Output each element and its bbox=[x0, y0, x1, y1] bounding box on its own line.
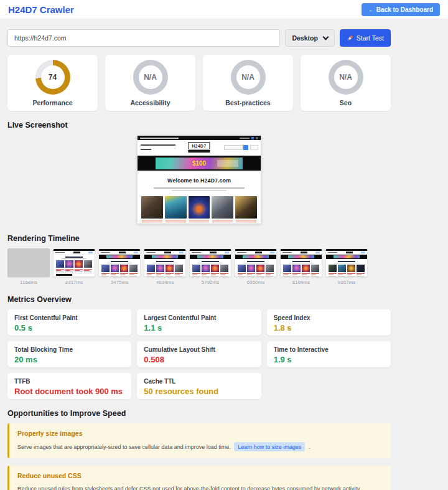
score-card-seo: N/ASeo bbox=[301, 55, 391, 111]
back-to-dashboard-button[interactable]: ← Back to Dashboard bbox=[362, 3, 440, 16]
score-label: Best-practices bbox=[225, 99, 270, 106]
url-input[interactable] bbox=[7, 29, 280, 47]
score-donut: 74 bbox=[35, 60, 70, 95]
metric-label: Total Blocking Time bbox=[14, 346, 124, 353]
timeline-thumbnail bbox=[144, 248, 186, 277]
score-value: N/A bbox=[339, 73, 352, 82]
timeline-frame: 5792ms bbox=[189, 248, 231, 285]
score-value: N/A bbox=[144, 73, 157, 82]
score-label: Seo bbox=[340, 99, 352, 106]
metric-label: Speed Index bbox=[274, 314, 384, 321]
metric-value: 50 resources found bbox=[144, 387, 254, 396]
metric-label: Cache TTL bbox=[144, 378, 254, 385]
metric-label: TTFB bbox=[14, 378, 124, 385]
metric-value: 1.9 s bbox=[274, 355, 384, 364]
metric-label: Time to Interactive bbox=[274, 346, 384, 353]
opportunity-title: Properly size images bbox=[17, 430, 383, 437]
timeline-timestamp: 6950ms bbox=[235, 280, 277, 285]
start-test-label: Start Test bbox=[357, 34, 384, 42]
metrics-overview-heading: Metrics Overview bbox=[7, 295, 391, 304]
metric-value: 0.508 bbox=[144, 355, 254, 364]
site-product-grid bbox=[141, 196, 257, 224]
test-bar: Desktop Start Test bbox=[7, 29, 391, 47]
site-search bbox=[224, 145, 258, 150]
score-label: Accessibility bbox=[130, 99, 170, 106]
timeline-frame: 9267ms bbox=[325, 248, 368, 285]
timeline-timestamp: 2317ms bbox=[53, 280, 95, 285]
metric-card: Largest Contentful Paint1.1 s bbox=[137, 309, 261, 336]
opportunity-card: Reduce unused CSSReduce unused rules fro… bbox=[7, 466, 391, 490]
timeline-frame: 6950ms bbox=[235, 248, 277, 285]
site-welcome-heading: Welcome to H24D7.com bbox=[141, 177, 257, 184]
metric-value: 0.5 s bbox=[14, 323, 124, 332]
timeline-timestamp: 3475ms bbox=[98, 280, 141, 285]
timeline-thumbnail bbox=[325, 248, 368, 277]
timeline-thumbnail bbox=[53, 248, 95, 277]
opportunity-description: Serve images that are appropriately-size… bbox=[17, 442, 383, 451]
site-search-icon bbox=[243, 145, 248, 150]
score-cards-row: 74PerformanceN/AAccessibilityN/ABest-pra… bbox=[7, 55, 391, 111]
chevron-down-icon bbox=[322, 34, 329, 40]
metric-card: Time to Interactive1.9 s bbox=[267, 341, 391, 367]
timeline-thumbnail bbox=[189, 248, 231, 277]
score-donut: N/A bbox=[329, 60, 363, 95]
metric-card: Cache TTL50 resources found bbox=[137, 373, 261, 399]
score-value: N/A bbox=[241, 73, 254, 82]
opportunity-description: Reduce unused rules from stylesheets and… bbox=[17, 484, 383, 490]
timeline-frame: 8109ms bbox=[280, 248, 322, 285]
score-card-best-practices: N/ABest-practices bbox=[203, 55, 293, 111]
score-value: 74 bbox=[49, 73, 57, 82]
score-donut: N/A bbox=[133, 60, 168, 95]
site-navbar: H24D7 bbox=[138, 140, 261, 156]
live-screenshot-wrap: H24D7 $100 Welcome to H24D7.com bbox=[7, 135, 391, 224]
metric-label: First Contentful Paint bbox=[14, 314, 124, 321]
timeline-thumbnail bbox=[98, 248, 141, 277]
learn-how-link[interactable]: Learn how to size images bbox=[234, 442, 305, 451]
timeline-thumbnail bbox=[280, 248, 322, 277]
live-screenshot-image: H24D7 $100 Welcome to H24D7.com bbox=[137, 135, 261, 224]
timeline-timestamp: 4634ms bbox=[144, 280, 186, 285]
device-select[interactable]: Desktop bbox=[285, 29, 334, 47]
metric-value: 1.8 s bbox=[274, 323, 384, 332]
rocket-icon bbox=[347, 35, 353, 42]
site-topbar bbox=[138, 136, 261, 140]
metric-card: Cumulative Layout Shift0.508 bbox=[137, 341, 261, 367]
timeline-frame: 3475ms bbox=[98, 248, 141, 285]
start-test-button[interactable]: Start Test bbox=[340, 29, 391, 47]
score-label: Performance bbox=[32, 99, 72, 106]
timeline-timestamp: 5792ms bbox=[189, 280, 231, 285]
timeline-thumbnail bbox=[235, 248, 277, 277]
timeline-frame: 2317ms bbox=[53, 248, 95, 285]
opportunity-title: Reduce unused CSS bbox=[17, 472, 383, 479]
score-donut: N/A bbox=[231, 60, 266, 95]
rendering-timeline-row: 1158ms2317ms3475ms4634ms5792ms6950ms8109… bbox=[7, 248, 406, 285]
opportunities-list: Properly size imagesServe images that ar… bbox=[7, 423, 391, 490]
timeline-frame: 1158ms bbox=[7, 248, 50, 285]
metric-label: Cumulative Layout Shift bbox=[144, 346, 254, 353]
metrics-grid: First Contentful Paint0.5 sLargest Conte… bbox=[7, 309, 391, 399]
metric-value: Root document took 900 ms bbox=[14, 387, 124, 396]
metric-value: 1.1 s bbox=[144, 323, 254, 332]
site-body: Welcome to H24D7.com bbox=[138, 171, 261, 224]
main-content: Desktop Start Test 74PerformanceN/AAcces… bbox=[0, 19, 398, 490]
metric-card: TTFBRoot document took 900 ms bbox=[7, 373, 131, 399]
score-card-performance: 74Performance bbox=[7, 55, 98, 111]
device-select-value: Desktop bbox=[292, 34, 317, 42]
opportunity-card: Properly size imagesServe images that ar… bbox=[7, 423, 391, 458]
metric-card: Total Blocking Time20 ms bbox=[7, 341, 131, 367]
score-card-accessibility: N/AAccessibility bbox=[105, 55, 195, 111]
timeline-thumbnail bbox=[7, 248, 50, 277]
timeline-timestamp: 9267ms bbox=[325, 280, 368, 285]
rendering-timeline-heading: Rendering Timeline bbox=[7, 234, 391, 243]
metric-value: 20 ms bbox=[14, 355, 124, 364]
app-header: H24D7 Crawler ← Back to Dashboard bbox=[0, 0, 448, 19]
metric-card: First Contentful Paint0.5 s bbox=[7, 309, 131, 336]
timeline-timestamp: 8109ms bbox=[280, 280, 322, 285]
metric-card: Speed Index1.8 s bbox=[267, 309, 391, 336]
live-screenshot-heading: Live Screenshot bbox=[7, 121, 391, 130]
site-banner-text: $100 bbox=[192, 160, 206, 167]
metric-label: Largest Contentful Paint bbox=[144, 314, 254, 321]
page-title: H24D7 Crawler bbox=[8, 4, 74, 15]
timeline-timestamp: 1158ms bbox=[7, 280, 50, 285]
opportunities-heading: Opportunities to Improve Speed bbox=[7, 409, 391, 418]
